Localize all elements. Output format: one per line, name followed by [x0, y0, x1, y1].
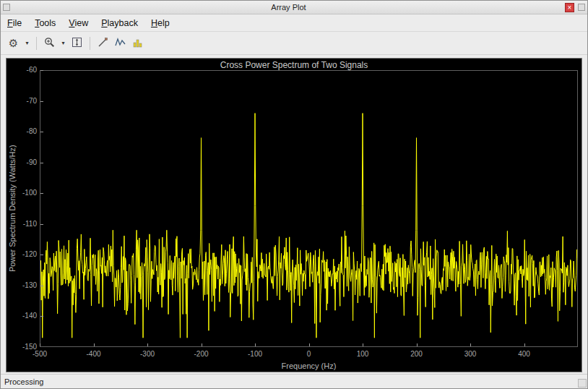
- menu-playback[interactable]: Playback: [101, 18, 138, 28]
- settings-button[interactable]: ⚙: [5, 35, 22, 51]
- toolbar: ⚙ ▾ ▾: [1, 32, 587, 55]
- fit-to-view-button[interactable]: [69, 35, 85, 51]
- x-tick-label: -200: [194, 350, 208, 358]
- x-tick-label: 300: [464, 350, 477, 358]
- menu-tools[interactable]: Tools: [35, 18, 56, 28]
- statusbar: Processing: [1, 374, 587, 388]
- chevron-down-icon: ▾: [61, 40, 64, 46]
- plot-title: Cross Power Spectrum of Two Signals: [7, 60, 581, 70]
- y-tick-label: -80: [11, 127, 37, 135]
- window-title: Array Plot: [12, 3, 565, 12]
- peak-finder-button[interactable]: [129, 35, 146, 51]
- toolbar-separator: [90, 37, 90, 50]
- chevron-down-icon: ▾: [25, 40, 28, 46]
- x-axis-label: Frequency (Hz): [40, 362, 578, 370]
- menu-file[interactable]: File: [7, 18, 22, 28]
- y-tick-label: -90: [11, 158, 37, 166]
- x-tick-label: 100: [357, 350, 369, 358]
- fit-to-view-icon: [72, 37, 82, 50]
- gear-icon: ⚙: [9, 38, 18, 48]
- y-tick-label: -110: [11, 220, 37, 228]
- menu-help[interactable]: Help: [151, 18, 170, 28]
- y-tick-label: -70: [11, 97, 37, 105]
- menu-view[interactable]: View: [69, 18, 88, 28]
- x-tick-label: -500: [33, 350, 47, 358]
- y-tick-label: -120: [11, 250, 37, 258]
- close-button[interactable]: ×: [565, 3, 574, 12]
- resize-grip[interactable]: [578, 379, 587, 388]
- close-icon: ×: [568, 4, 572, 12]
- zoom-button[interactable]: [41, 35, 58, 51]
- x-tick-label: 200: [410, 350, 423, 358]
- status-text: Processing: [4, 377, 43, 386]
- array-plot-window: Array Plot × FileToolsViewPlaybackHelp ⚙…: [0, 0, 588, 389]
- x-tick-label: 0: [307, 350, 311, 358]
- cursor-measurements-button[interactable]: [95, 35, 111, 51]
- x-tick-label: -400: [86, 350, 100, 358]
- peak-finder-icon: [132, 37, 143, 50]
- menubar: FileToolsViewPlaybackHelp: [1, 14, 587, 32]
- plot-figure: Cross Power Spectrum of Two Signals Powe…: [6, 58, 582, 372]
- x-tick-label: -300: [140, 350, 155, 358]
- zoom-dropdown[interactable]: ▾: [59, 35, 68, 51]
- axes-area[interactable]: [40, 70, 578, 347]
- zoom-icon: [44, 37, 55, 50]
- y-tick-label: -130: [11, 281, 37, 289]
- window-resize-handle[interactable]: [578, 4, 585, 11]
- settings-dropdown[interactable]: ▾: [22, 35, 32, 51]
- toolbar-separator: [36, 37, 37, 50]
- x-tick-label: -100: [248, 350, 262, 358]
- y-tick-label: -140: [11, 312, 37, 320]
- signal-statistics-icon: [115, 37, 126, 50]
- y-tick-label: -60: [11, 66, 37, 74]
- y-tick-label: -100: [11, 189, 37, 197]
- window-menu-button[interactable]: [3, 4, 10, 11]
- spectrum-canvas[interactable]: [40, 70, 578, 347]
- titlebar: Array Plot ×: [1, 1, 587, 14]
- x-tick-label: 400: [518, 350, 530, 358]
- signal-statistics-button[interactable]: [112, 35, 129, 51]
- y-axis-label: Power Spectrum Density (Watts/Hz): [7, 70, 17, 347]
- cursor-measurements-icon: [98, 37, 108, 50]
